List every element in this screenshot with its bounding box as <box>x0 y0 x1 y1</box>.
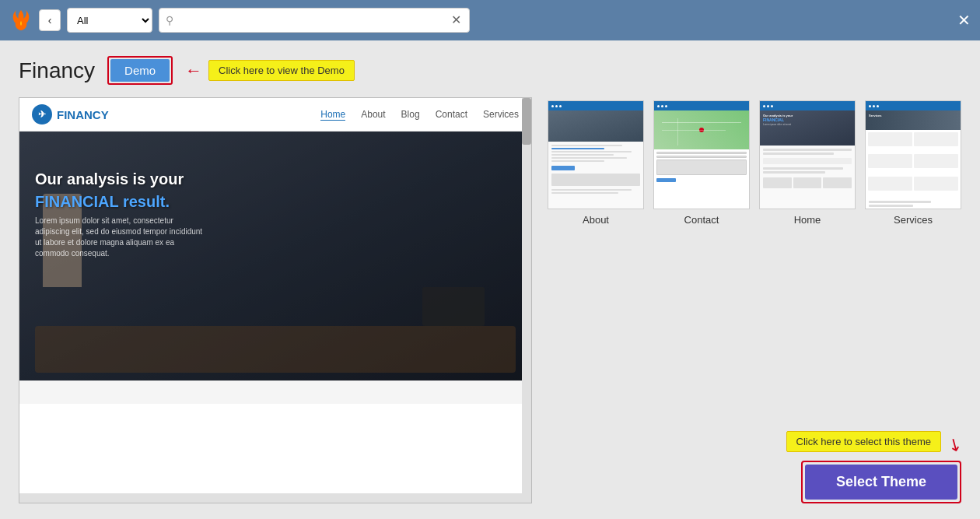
thumb-contact-content <box>654 101 749 209</box>
preview-scrollbar-bottom[interactable] <box>19 493 522 503</box>
preview-scrollbar-thumb[interactable] <box>522 98 531 145</box>
thumb-label-services: Services <box>894 214 933 226</box>
thumb-frame-contact <box>653 100 750 209</box>
select-theme-section: Click here to select this theme ↘ Select… <box>786 431 961 503</box>
preview-logo-text: FINANCY <box>57 108 109 121</box>
hero-text-block: Our analysis is your FINANCIAL result. L… <box>35 170 206 259</box>
service-card-4 <box>914 154 958 168</box>
theme-title-row: Financy Demo ← Click here to view the De… <box>19 56 961 85</box>
thumb-frame-home: Our analysis is your FINANCIAL Lorem ips… <box>759 100 856 209</box>
nav-contact: Contact <box>436 109 467 121</box>
hero-financial-line: FINANCIAL result. <box>35 193 206 211</box>
thumb-services-grid <box>866 130 961 199</box>
thumb-home-hero: Our analysis is your FINANCIAL Lorem ips… <box>760 110 855 146</box>
thumb-home-nav <box>760 101 855 110</box>
preview-scrollbar-right[interactable] <box>522 98 531 503</box>
thumb-home-content: Our analysis is your FINANCIAL Lorem ips… <box>760 101 855 209</box>
demo-button[interactable]: Demo <box>110 59 170 82</box>
thumb-frame-about <box>548 100 644 209</box>
demo-arrow-icon: ← <box>185 61 202 81</box>
back-button[interactable]: ‹ <box>39 9 61 31</box>
service-card-1 <box>868 132 912 146</box>
nav-services: Services <box>483 109 519 121</box>
preview-container[interactable]: ✈ FINANCY Home About Blog Contact Servic… <box>19 97 532 503</box>
service-card-5 <box>868 177 912 191</box>
hero-headline-text: Our analysis is your <box>35 170 184 188</box>
search-container: ⚲ ✕ <box>159 8 470 33</box>
demo-annotation-tooltip: Click here to view the Demo <box>208 60 355 81</box>
service-card-2 <box>914 132 958 146</box>
preview-footer-area <box>19 380 531 404</box>
demo-arrow-annotation: ← Click here to view the Demo <box>185 60 355 81</box>
preview-hero: Our analysis is your FINANCIAL result. L… <box>19 132 531 380</box>
thumbnail-home[interactable]: Our analysis is your FINANCIAL Lorem ips… <box>759 100 856 226</box>
service-card-3 <box>868 154 912 168</box>
select-annotation: Click here to select this theme ↘ <box>786 431 961 454</box>
thumb-services-header: Services <box>866 110 961 130</box>
select-theme-button[interactable]: Select Theme <box>805 465 957 500</box>
preview-nav: ✈ FINANCY Home About Blog Contact Servic… <box>19 98 531 132</box>
hero-sub-text: Lorem ipsum dolor sit amet, consectetur … <box>35 216 206 259</box>
thumb-frame-services: Services <box>865 100 961 209</box>
nav-blog: Blog <box>401 109 420 121</box>
hero-financial-text: FINANCIAL result. <box>35 193 170 210</box>
thumb-label-contact: Contact <box>684 214 719 226</box>
thumb-services-content: Services <box>866 101 961 209</box>
search-icon: ⚲ <box>166 14 173 26</box>
flame-icon <box>9 9 33 32</box>
main-content: Financy Demo ← Click here to view the De… <box>0 40 980 519</box>
thumb-contact-nav <box>654 101 749 110</box>
select-annotation-tooltip: Click here to select this theme <box>786 431 941 452</box>
thumb-contact-map <box>654 110 749 149</box>
thumbnail-contact[interactable]: Contact <box>653 100 750 226</box>
thumb-about-body <box>548 142 643 209</box>
thumb-contact-form <box>654 149 749 209</box>
thumb-label-about: About <box>583 214 609 226</box>
thumb-about-hero <box>548 110 643 142</box>
search-input[interactable] <box>178 15 450 26</box>
preview-nav-links: Home About Blog Contact Services <box>320 109 519 121</box>
close-window-button[interactable]: ✕ <box>957 12 971 28</box>
thumb-services-footer <box>866 199 961 209</box>
hero-headline: Our analysis is your <box>35 170 206 188</box>
demo-btn-wrapper: Demo <box>107 56 173 85</box>
thumb-home-body <box>760 146 855 209</box>
thumb-label-home: Home <box>794 214 821 226</box>
preview-logo: ✈ FINANCY <box>32 104 109 124</box>
preview-logo-icon: ✈ <box>32 104 52 124</box>
thumbnail-about[interactable]: About <box>548 100 644 226</box>
nav-about: About <box>361 109 385 121</box>
thumbnail-services[interactable]: Services <box>865 100 961 226</box>
service-card-6 <box>914 177 958 191</box>
thumb-services-nav <box>866 101 961 110</box>
thumb-nav-bar <box>548 101 643 110</box>
select-arrow-icon: ↘ <box>943 432 966 457</box>
top-bar: ‹ All Blog Portfolio Business ⚲ ✕ ✕ <box>0 0 980 40</box>
filter-select[interactable]: All Blog Portfolio Business <box>67 8 152 33</box>
search-clear-button[interactable]: ✕ <box>450 14 463 26</box>
select-theme-btn-wrapper: Select Theme <box>801 461 961 503</box>
thumb-about-content <box>548 101 643 209</box>
theme-name: Financy <box>19 58 95 83</box>
nav-home: Home <box>320 109 345 121</box>
